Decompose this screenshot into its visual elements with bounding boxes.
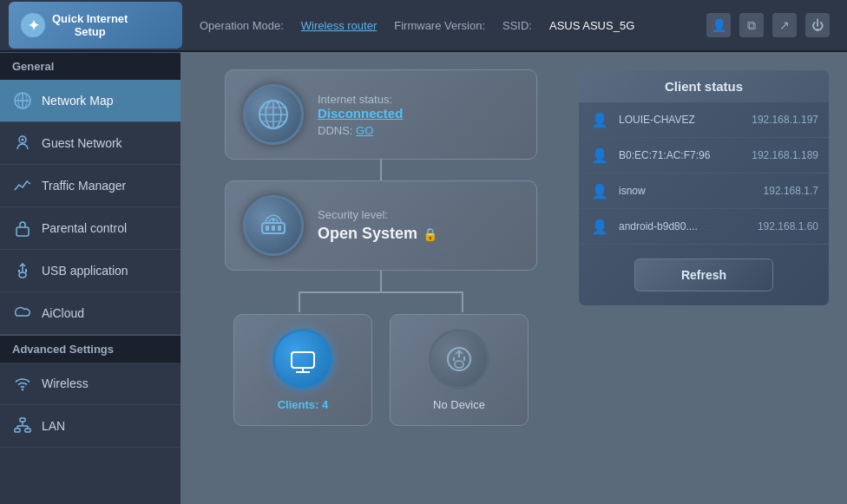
internet-icon-circle xyxy=(243,84,304,145)
svg-point-5 xyxy=(22,139,24,141)
power-icon[interactable]: ⏻ xyxy=(805,13,830,37)
quick-setup-icon: ✦ xyxy=(21,13,45,37)
parental-control-icon xyxy=(12,218,33,239)
svg-point-25 xyxy=(272,219,275,222)
share-icon[interactable]: ↗ xyxy=(772,13,797,37)
copy-icon[interactable]: ⧉ xyxy=(739,13,764,37)
advanced-section-label: Advanced Settings xyxy=(0,335,181,363)
internet-status-info: Internet status: Disconnected DDNS: GO xyxy=(318,93,519,137)
sidebar-label-wireless: Wireless xyxy=(42,376,89,390)
ssid-values: ASUS ASUS_5G xyxy=(549,19,634,32)
ddns-label: DDNS: xyxy=(318,124,352,137)
client-ip-0: 192.168.1.197 xyxy=(752,114,818,126)
sidebar-item-network-map[interactable]: Network Map xyxy=(0,80,181,122)
sidebar-item-usb-application[interactable]: USB application xyxy=(0,250,181,292)
sidebar-item-lan[interactable]: LAN xyxy=(0,405,181,448)
guest-network-icon xyxy=(12,133,33,154)
sidebar-label-parental-control: Parental control xyxy=(42,221,127,235)
svg-rect-10 xyxy=(25,429,30,432)
lan-icon xyxy=(12,416,33,436)
main-layout: General Network Map Guest Network Traffi… xyxy=(0,52,847,504)
sidebar-item-wireless[interactable]: Wireless xyxy=(0,363,181,405)
router-node-card: Security level: Open System 🔒 xyxy=(225,180,537,271)
branch-connectors xyxy=(233,271,529,314)
client-status-panel: Client status 👤 LOUIE-CHAVEZ 192.168.1.1… xyxy=(578,69,830,487)
client-row-3[interactable]: 👤 android-b9d80.... 192.168.1.60 xyxy=(579,209,829,245)
svg-rect-9 xyxy=(15,429,20,432)
client-row-0[interactable]: 👤 LOUIE-CHAVEZ 192.168.1.197 xyxy=(579,102,829,138)
bottom-nodes: Clients: 4 No Device xyxy=(233,314,529,426)
sidebar-label-network-map: Network Map xyxy=(42,94,113,108)
client-name-2: isnow xyxy=(619,185,755,197)
sidebar-label-aicloud: AiCloud xyxy=(42,306,84,320)
sidebar: General Network Map Guest Network Traffi… xyxy=(0,52,181,504)
aicloud-icon xyxy=(12,303,33,324)
firmware-label: Firmware Version: xyxy=(394,19,485,32)
client-row-1[interactable]: 👤 B0:EC:71:AC:F7:96 192.168.1.189 xyxy=(579,138,829,173)
client-avatar-0: 👤 xyxy=(589,109,610,130)
sidebar-item-guest-network[interactable]: Guest Network xyxy=(0,122,181,165)
client-avatar-1: 👤 xyxy=(589,145,610,166)
client-name-1: B0:EC:71:AC:F7:96 xyxy=(619,149,743,161)
branch-right xyxy=(462,291,463,312)
security-info: Security level: Open System 🔒 xyxy=(318,208,519,243)
no-device-node[interactable]: No Device xyxy=(390,314,529,426)
wireless-icon xyxy=(12,373,33,394)
sidebar-label-guest-network: Guest Network xyxy=(42,136,122,150)
user-icon[interactable]: 👤 xyxy=(706,13,731,37)
security-level-label: Security level: xyxy=(318,208,519,221)
client-name-3: android-b9d80.... xyxy=(619,220,749,232)
traffic-manager-icon xyxy=(12,175,33,196)
svg-rect-23 xyxy=(272,226,275,231)
operation-mode-value[interactable]: Wireless router xyxy=(301,19,377,32)
no-device-label: No Device xyxy=(433,398,485,411)
sidebar-item-parental-control[interactable]: Parental control xyxy=(0,207,181,250)
router-icon-circle xyxy=(243,195,304,256)
sidebar-label-lan: LAN xyxy=(42,419,65,433)
svg-point-7 xyxy=(22,389,23,390)
sidebar-item-traffic-manager[interactable]: Traffic Manager xyxy=(0,165,181,207)
clients-label: Clients: 4 xyxy=(278,398,329,411)
connector-internet-router xyxy=(380,160,382,180)
branch-left xyxy=(299,291,300,312)
sidebar-label-usb-application: USB application xyxy=(42,264,128,278)
clients-node[interactable]: Clients: 4 xyxy=(233,314,372,426)
header: ✦ Quick Internet Setup Operation Mode: W… xyxy=(0,0,847,52)
lock-icon: 🔒 xyxy=(423,227,437,241)
usb-application-icon xyxy=(12,260,33,281)
client-panel-header: Client status xyxy=(579,70,829,102)
svg-rect-24 xyxy=(278,226,281,231)
general-section-label: General xyxy=(0,52,181,80)
usb-icon xyxy=(429,329,489,389)
quick-internet-setup-button[interactable]: ✦ Quick Internet Setup xyxy=(9,2,182,49)
ddns-info: DDNS: GO xyxy=(318,124,519,137)
client-status-title: Client status xyxy=(593,79,815,94)
svg-rect-22 xyxy=(266,226,269,231)
sidebar-label-traffic-manager: Traffic Manager xyxy=(42,179,126,193)
internet-node-card: Internet status: Disconnected DDNS: GO xyxy=(225,69,537,160)
sidebar-item-aicloud[interactable]: AiCloud xyxy=(0,292,181,335)
quick-setup-label: Quick Internet Setup xyxy=(52,12,128,38)
client-ip-2: 192.168.1.7 xyxy=(764,185,818,197)
client-ip-3: 192.168.1.60 xyxy=(758,220,818,232)
refresh-button[interactable]: Refresh xyxy=(634,259,773,291)
internet-status-value[interactable]: Disconnected xyxy=(318,106,519,121)
svg-rect-26 xyxy=(292,352,314,368)
header-icons: 👤 ⧉ ↗ ⏻ xyxy=(706,13,838,37)
network-map-area: Internet status: Disconnected DDNS: GO xyxy=(198,69,564,487)
clients-icon xyxy=(272,329,333,389)
operation-mode-label: Operation Mode: xyxy=(200,19,284,32)
client-panel: Client status 👤 LOUIE-CHAVEZ 192.168.1.1… xyxy=(578,69,830,306)
client-row-2[interactable]: 👤 isnow 192.168.1.7 xyxy=(579,173,829,209)
content: Internet status: Disconnected DDNS: GO xyxy=(181,52,847,504)
ssid-label: SSID: xyxy=(502,19,532,32)
svg-rect-8 xyxy=(20,418,25,422)
svg-rect-6 xyxy=(16,227,29,236)
client-avatar-3: 👤 xyxy=(589,216,610,237)
client-ip-1: 192.168.1.189 xyxy=(752,149,818,161)
security-level-value: Open System 🔒 xyxy=(318,225,519,243)
ddns-go-link[interactable]: GO xyxy=(356,124,373,137)
header-info: Operation Mode: Wireless router Firmware… xyxy=(182,19,706,32)
network-map-icon xyxy=(12,90,33,111)
internet-status-label: Internet status: xyxy=(318,93,519,106)
